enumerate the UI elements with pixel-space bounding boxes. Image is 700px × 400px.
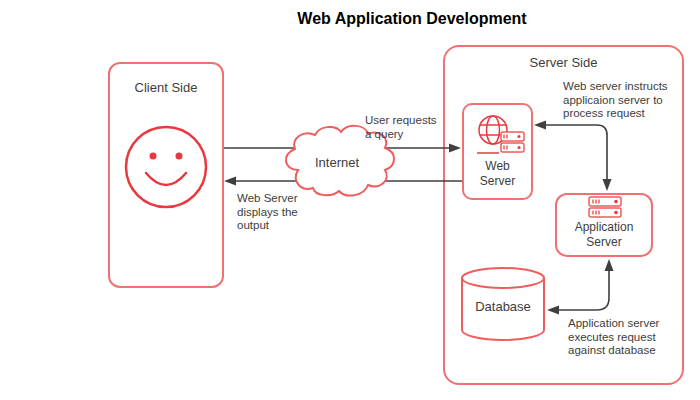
client-side-box: Client Side (108, 62, 224, 288)
server-side-label: Server Side (445, 47, 682, 70)
application-server-box: Application Server (555, 193, 653, 257)
database-label: Database (461, 299, 545, 314)
application-server-label: Application Server (568, 220, 640, 250)
annotation-web-server-response: Web Server displays the output (237, 192, 298, 233)
request-arrow (224, 144, 461, 153)
annotation-web-to-app: Web server instructs applicaion server t… (563, 80, 668, 121)
web-server-box: Web Server (462, 103, 533, 200)
internet-label: Internet (299, 155, 375, 170)
annotation-app-to-db: Application server executes request agai… (568, 317, 659, 358)
diagram-canvas: Web Application Development Client Side … (0, 0, 700, 400)
web-server-label: Web Server (472, 159, 524, 189)
client-side-label: Client Side (110, 64, 222, 95)
annotation-user-request: User requests a query (365, 114, 437, 141)
diagram-title: Web Application Development (252, 10, 572, 28)
response-arrow (224, 177, 462, 186)
